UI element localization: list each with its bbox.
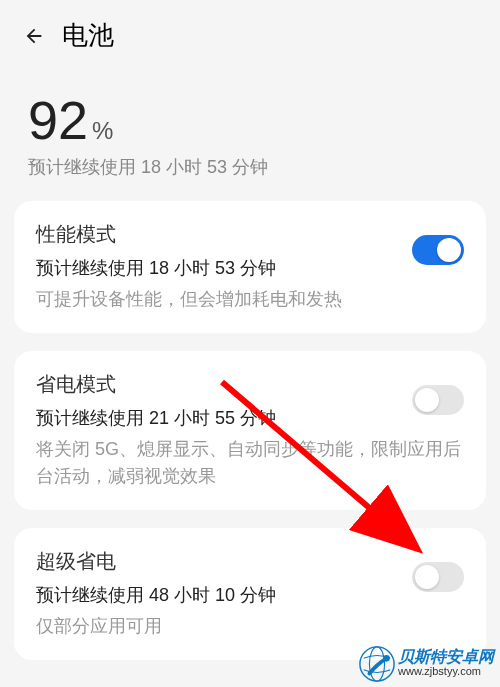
back-arrow-icon bbox=[23, 25, 45, 47]
battery-estimate: 预计继续使用 18 小时 53 分钟 bbox=[28, 155, 472, 179]
back-button[interactable] bbox=[20, 22, 48, 50]
super-save-mode-subtitle: 预计继续使用 48 小时 10 分钟 bbox=[36, 583, 464, 607]
super-save-mode-desc: 仅部分应用可用 bbox=[36, 613, 464, 640]
battery-percent: 92 % bbox=[28, 89, 472, 151]
watermark-text: 贝斯特安卓网 www.zjbstyy.com bbox=[398, 649, 494, 678]
battery-percent-symbol: % bbox=[92, 117, 113, 145]
battery-summary: 92 % 预计继续使用 18 小时 53 分钟 bbox=[0, 71, 500, 201]
toggle-knob bbox=[415, 388, 439, 412]
super-save-mode-title: 超级省电 bbox=[36, 548, 464, 575]
svg-point-4 bbox=[383, 655, 390, 662]
power-save-mode-subtitle: 预计继续使用 21 小时 55 分钟 bbox=[36, 406, 464, 430]
watermark-url: www.zjbstyy.com bbox=[398, 665, 481, 678]
performance-mode-toggle[interactable] bbox=[412, 235, 464, 265]
battery-percent-value: 92 bbox=[28, 89, 88, 151]
super-save-mode-toggle[interactable] bbox=[412, 562, 464, 592]
performance-mode-desc: 可提升设备性能，但会增加耗电和发热 bbox=[36, 286, 464, 313]
performance-mode-subtitle: 预计继续使用 18 小时 53 分钟 bbox=[36, 256, 464, 280]
super-save-mode-card: 超级省电 预计继续使用 48 小时 10 分钟 仅部分应用可用 bbox=[14, 528, 486, 660]
power-save-mode-title: 省电模式 bbox=[36, 371, 464, 398]
watermark-logo-icon bbox=[358, 645, 396, 683]
page-title: 电池 bbox=[62, 18, 114, 53]
toggle-knob bbox=[437, 238, 461, 262]
performance-mode-card: 性能模式 预计继续使用 18 小时 53 分钟 可提升设备性能，但会增加耗电和发… bbox=[14, 201, 486, 333]
performance-mode-title: 性能模式 bbox=[36, 221, 464, 248]
power-save-mode-toggle[interactable] bbox=[412, 385, 464, 415]
power-save-mode-desc: 将关闭 5G、熄屏显示、自动同步等功能，限制应用后台活动，减弱视觉效果 bbox=[36, 436, 464, 490]
toggle-knob bbox=[415, 565, 439, 589]
watermark: 贝斯特安卓网 www.zjbstyy.com bbox=[358, 645, 494, 683]
header: 电池 bbox=[0, 0, 500, 71]
power-save-mode-card: 省电模式 预计继续使用 21 小时 55 分钟 将关闭 5G、熄屏显示、自动同步… bbox=[14, 351, 486, 510]
watermark-cn: 贝斯特安卓网 bbox=[398, 649, 494, 665]
